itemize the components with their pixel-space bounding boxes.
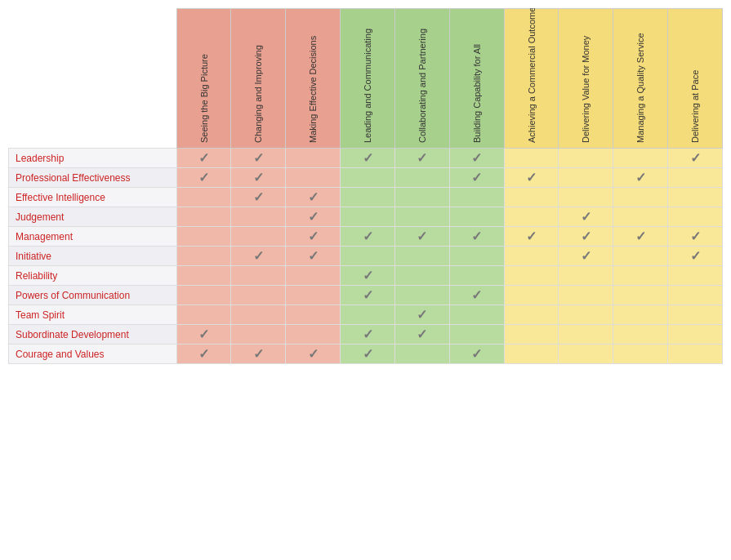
cell-r9-c1 <box>231 325 286 344</box>
checkmark: ✓ <box>526 229 537 243</box>
cell-r4-c9: ✓ <box>668 227 723 247</box>
cell-r9-c7 <box>559 325 613 344</box>
checkmark: ✓ <box>417 229 427 243</box>
cell-r7-c9 <box>668 286 723 305</box>
cell-r5-c8 <box>613 247 668 266</box>
cell-r4-c5: ✓ <box>449 227 504 247</box>
checkmark: ✓ <box>363 347 373 361</box>
cell-r2-c0 <box>176 188 231 207</box>
cell-r6-c2 <box>286 266 341 286</box>
cell-r9-c2 <box>286 325 341 344</box>
table-row: Initiative✓✓✓✓ <box>9 247 723 266</box>
cell-r5-c0 <box>176 247 231 266</box>
row-label-10: Courage and Values <box>9 344 177 364</box>
cell-r2-c8 <box>613 188 668 207</box>
table-row: Team Spirit✓ <box>9 305 723 325</box>
cell-r8-c1 <box>231 305 286 325</box>
cell-r3-c2: ✓ <box>286 207 341 227</box>
cell-r0-c4: ✓ <box>394 149 449 168</box>
checkmark: ✓ <box>417 308 427 322</box>
cell-r8-c2 <box>286 305 341 325</box>
checkmark: ✓ <box>581 249 591 263</box>
header-col-5: Collaborating and Partnering <box>394 9 449 149</box>
cell-r3-c0 <box>176 207 231 227</box>
header-label-2: Changing and Improving <box>253 12 263 143</box>
cell-r6-c5 <box>449 266 504 286</box>
cell-r1-c6: ✓ <box>504 168 559 188</box>
cell-r1-c8: ✓ <box>613 168 668 188</box>
checkmark: ✓ <box>308 347 319 361</box>
header-col-7: Achieving a Commercial Outcomes <box>504 9 559 149</box>
cell-r3-c3 <box>341 207 395 227</box>
cell-r6-c3: ✓ <box>341 266 395 286</box>
checkmark: ✓ <box>635 171 646 184</box>
row-label-7: Powers of Communication <box>9 286 177 305</box>
cell-r0-c1: ✓ <box>231 149 286 168</box>
cell-r8-c0 <box>176 305 231 325</box>
checkmark: ✓ <box>526 171 537 184</box>
cell-r6-c6 <box>504 266 559 286</box>
cell-r0-c7 <box>559 149 613 168</box>
checkmark: ✓ <box>581 229 591 243</box>
cell-r2-c5 <box>449 188 504 207</box>
cell-r8-c9 <box>668 305 723 325</box>
cell-r6-c8 <box>613 266 668 286</box>
cell-r8-c7 <box>559 305 613 325</box>
cell-r8-c8 <box>613 305 668 325</box>
cell-r4-c4: ✓ <box>394 227 449 247</box>
row-label-9: Subordinate Development <box>9 325 177 344</box>
header-label-5: Collaborating and Partnering <box>417 12 427 143</box>
cell-r3-c9 <box>668 207 723 227</box>
header-label-6: Building Capability for All <box>472 12 482 143</box>
checkmark: ✓ <box>253 171 264 184</box>
row-label-1: Professional Effectiveness <box>9 168 177 188</box>
cell-r0-c3: ✓ <box>341 149 395 168</box>
checkmark: ✓ <box>690 151 701 165</box>
checkmark: ✓ <box>198 151 209 165</box>
cell-r2-c4 <box>394 188 449 207</box>
checkmark: ✓ <box>363 151 373 165</box>
cell-r7-c6 <box>504 286 559 305</box>
cell-r5-c5 <box>449 247 504 266</box>
cell-r2-c1: ✓ <box>231 188 286 207</box>
checkmark: ✓ <box>635 229 646 243</box>
cell-r5-c9: ✓ <box>668 247 723 266</box>
checkmark: ✓ <box>308 210 319 224</box>
cell-r4-c2: ✓ <box>286 227 341 247</box>
checkmark: ✓ <box>198 347 209 361</box>
cell-r5-c3 <box>341 247 395 266</box>
cell-r9-c5 <box>449 325 504 344</box>
header-label-9: Managing a Quality Service <box>635 12 645 143</box>
cell-r1-c2 <box>286 168 341 188</box>
table-row: Effective Intelligence✓✓ <box>9 188 723 207</box>
cell-r3-c5 <box>449 207 504 227</box>
checkmark: ✓ <box>198 171 209 184</box>
table-row: Powers of Communication✓✓ <box>9 286 723 305</box>
main-table-container: Seeing the Big PictureChanging and Impro… <box>8 8 723 364</box>
cell-r4-c7: ✓ <box>559 227 613 247</box>
header-label-4: Leading and Communicating <box>363 12 372 143</box>
row-label-5: Initiative <box>9 247 177 266</box>
cell-r7-c0 <box>176 286 231 305</box>
cell-r10-c6 <box>504 344 559 364</box>
cell-r4-c6: ✓ <box>504 227 559 247</box>
checkmark: ✓ <box>471 288 482 302</box>
table-row: Reliability✓ <box>9 266 723 286</box>
cell-r9-c6 <box>504 325 559 344</box>
cell-r3-c1 <box>231 207 286 227</box>
cell-r8-c5 <box>449 305 504 325</box>
cell-r0-c2 <box>286 149 341 168</box>
checkmark: ✓ <box>471 347 482 361</box>
cell-r9-c3: ✓ <box>341 325 395 344</box>
cell-r7-c2 <box>286 286 341 305</box>
cell-r6-c7 <box>559 266 613 286</box>
table-row: Judgement✓✓ <box>9 207 723 227</box>
checkmark: ✓ <box>253 249 264 263</box>
cell-r8-c6 <box>504 305 559 325</box>
cell-r5-c7: ✓ <box>559 247 613 266</box>
header-row: Seeing the Big PictureChanging and Impro… <box>9 9 723 149</box>
cell-r10-c5: ✓ <box>449 344 504 364</box>
cell-r0-c6 <box>504 149 559 168</box>
checkmark: ✓ <box>471 151 482 165</box>
cell-r6-c9 <box>668 266 723 286</box>
